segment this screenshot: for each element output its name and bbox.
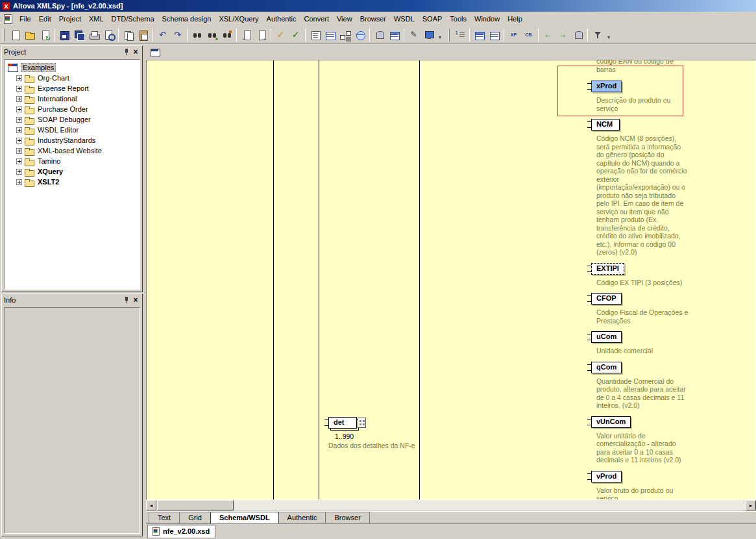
xpath-button[interactable]	[506, 28, 521, 42]
toolbar-overflow-button[interactable]	[436, 28, 444, 42]
schema-overview-button[interactable]	[147, 45, 162, 60]
document-icon[interactable]	[3, 14, 13, 24]
redo-button[interactable]	[170, 28, 185, 42]
schema-element-box[interactable]: EXTIPI	[591, 263, 624, 275]
project-root-item[interactable]: Examples	[6, 62, 138, 73]
project-tree-item[interactable]: XQuery	[6, 166, 138, 177]
copy-button[interactable]	[121, 28, 136, 42]
menu-item[interactable]: XSL/XQuery	[215, 13, 262, 25]
grid-view-button[interactable]	[323, 28, 337, 42]
export-button[interactable]	[254, 28, 269, 42]
scroll-right-button[interactable]	[746, 500, 756, 510]
find-button[interactable]	[189, 28, 204, 42]
titlebar[interactable]: Altova XMLSpy - [nfe_v2.00.xsd]	[0, 0, 756, 12]
import-button[interactable]	[239, 28, 254, 42]
toolbar-grip[interactable]	[3, 29, 5, 42]
file-tab[interactable]: nfe_v2.00.xsd	[147, 525, 215, 538]
project-tree-item[interactable]: IndustryStandards	[6, 135, 138, 145]
prev-step-button[interactable]	[541, 28, 555, 42]
attribute-table-button[interactable]	[487, 28, 502, 42]
filter-button[interactable]	[590, 28, 605, 42]
project-tree-item[interactable]: Org-Chart	[6, 73, 138, 83]
next-step-button[interactable]	[555, 28, 570, 42]
project-tree-item[interactable]: Expense Report	[6, 83, 138, 94]
project-tree-item[interactable]: SOAP Debugger	[6, 114, 138, 125]
schema-element-box[interactable]: NCM	[591, 119, 620, 131]
menu-item[interactable]: XML	[85, 13, 108, 25]
view-tab[interactable]: Browser	[325, 512, 369, 523]
save-button[interactable]	[56, 28, 71, 42]
browser-view-button[interactable]	[352, 28, 367, 42]
replace-button[interactable]	[219, 28, 234, 42]
line-numbers-button[interactable]	[452, 28, 467, 42]
toolbar-overflow-button[interactable]	[605, 28, 613, 42]
element-table-button[interactable]	[472, 28, 487, 42]
expand-children-icon[interactable]	[358, 418, 366, 428]
menu-item[interactable]: Edit	[35, 13, 55, 25]
menu-item[interactable]: Help	[504, 13, 526, 25]
schema-view-button[interactable]	[337, 28, 352, 42]
expand-plus-icon[interactable]	[16, 75, 22, 81]
expand-plus-icon[interactable]	[16, 158, 22, 164]
project-tree-item[interactable]: XSLT2	[6, 177, 138, 187]
find-next-button[interactable]	[204, 28, 219, 42]
menu-item[interactable]: File	[16, 13, 35, 25]
undo-button[interactable]	[155, 28, 170, 42]
database-query-button[interactable]	[570, 28, 585, 42]
open-button[interactable]	[22, 28, 37, 42]
monitor-button[interactable]	[421, 28, 436, 42]
save-all-button[interactable]	[71, 28, 86, 42]
menu-item[interactable]: Window	[470, 13, 504, 25]
menu-item[interactable]: DTD/Schema	[108, 13, 158, 25]
close-icon[interactable]	[131, 47, 140, 56]
pin-icon[interactable]	[122, 295, 131, 304]
validate-button[interactable]	[288, 28, 303, 42]
authentic-view-button[interactable]	[406, 28, 421, 42]
new-file-button[interactable]	[7, 28, 22, 42]
view-tab[interactable]: Grid	[179, 512, 211, 523]
database-button[interactable]	[372, 28, 387, 42]
schema-element-box[interactable]: CFOP	[591, 293, 622, 305]
expand-plus-icon[interactable]	[16, 96, 22, 102]
menu-item[interactable]: View	[333, 13, 356, 25]
paste-button[interactable]	[136, 28, 151, 42]
menu-item[interactable]: Tools	[446, 13, 470, 25]
close-icon[interactable]	[131, 295, 140, 304]
expand-plus-icon[interactable]	[16, 179, 22, 185]
expand-plus-icon[interactable]	[16, 86, 22, 92]
code-browser-button[interactable]	[521, 28, 536, 42]
menu-item[interactable]: Project	[55, 13, 85, 25]
expand-plus-icon[interactable]	[16, 127, 22, 133]
scroll-thumb[interactable]	[157, 500, 234, 510]
menu-item[interactable]: SOAP	[419, 13, 446, 25]
project-tree-item[interactable]: Tamino	[6, 156, 138, 166]
project-tree-item[interactable]: International	[6, 94, 138, 104]
expand-plus-icon[interactable]	[16, 148, 22, 154]
expand-plus-icon[interactable]	[16, 138, 22, 144]
schema-element-box[interactable]: vProd	[591, 471, 622, 483]
schema-design-view[interactable]: det 1..990 Dados dos detalhes da NF-e có…	[146, 60, 756, 500]
text-view-button[interactable]	[308, 28, 323, 42]
schema-element-box[interactable]: vUnCom	[591, 416, 631, 428]
toolbar-grip[interactable]	[448, 29, 450, 42]
project-tree-item[interactable]: Purchase Order	[6, 104, 138, 114]
menu-item[interactable]: Authentic	[263, 13, 300, 25]
schema-element-box[interactable]: uCom	[591, 331, 622, 343]
project-tree-item[interactable]: WSDL Editor	[6, 125, 138, 135]
pin-icon[interactable]	[122, 47, 131, 56]
expand-plus-icon[interactable]	[16, 107, 22, 112]
check-well-formed-button[interactable]	[273, 28, 288, 42]
menu-item[interactable]: WSDL	[390, 13, 419, 25]
menu-item[interactable]: Browser	[356, 13, 390, 25]
view-tab[interactable]: Schema/WSDL	[210, 512, 279, 523]
horizontal-scrollbar[interactable]	[146, 500, 756, 510]
table-button[interactable]	[387, 28, 402, 42]
print-button[interactable]	[86, 28, 101, 42]
scroll-left-button[interactable]	[146, 500, 156, 510]
menu-item[interactable]: Schema design	[158, 13, 215, 25]
expand-plus-icon[interactable]	[16, 169, 22, 175]
schema-element-box[interactable]: qCom	[591, 362, 622, 373]
det-element-box[interactable]: det	[328, 417, 357, 429]
menu-item[interactable]: Convert	[300, 13, 333, 25]
project-tree-item[interactable]: XML-based Website	[6, 145, 138, 156]
